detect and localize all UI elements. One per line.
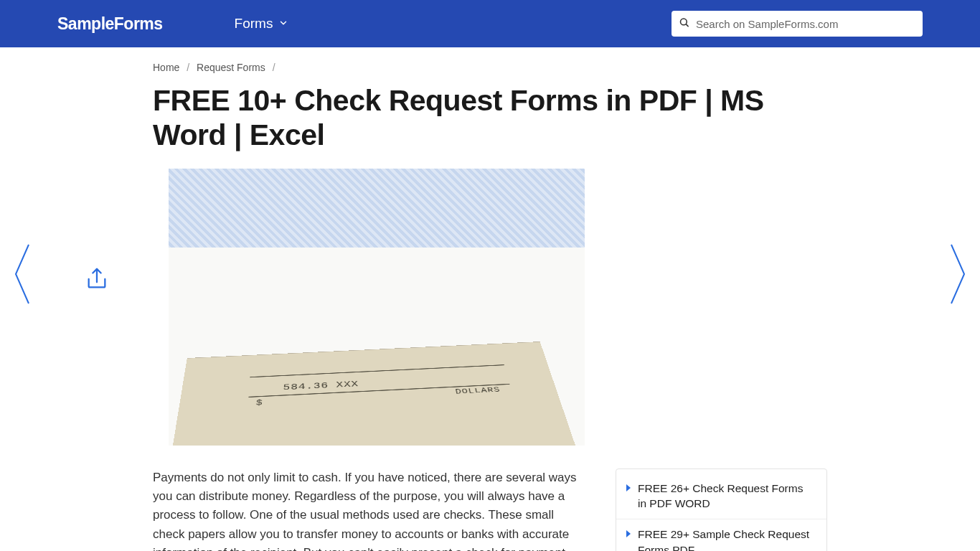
nav-forms-dropdown[interactable]: Forms (235, 16, 289, 32)
check-dollars-label: DOLLARS (455, 386, 501, 396)
check-dollar-sign: $ (255, 398, 263, 407)
breadcrumb-category[interactable]: Request Forms (197, 62, 265, 73)
hero-image: 584.36 XXX $ DOLLARS (169, 169, 585, 446)
breadcrumb: Home / Request Forms / (153, 62, 827, 73)
site-header: SampleForms Forms (0, 0, 980, 47)
search-wrapper (672, 11, 923, 37)
chevron-down-icon (278, 16, 288, 32)
body-row: Payments do not only limit to cash. If y… (153, 468, 827, 551)
breadcrumb-separator: / (273, 62, 275, 73)
sidebar-item[interactable]: FREE 29+ Sample Check Request Forms PDF (616, 519, 826, 551)
check-amount: 584.36 XXX (283, 380, 359, 392)
breadcrumb-separator: / (187, 62, 189, 73)
nav-forms-label: Forms (235, 16, 273, 32)
search-input[interactable] (672, 11, 923, 37)
article-intro: Payments do not only limit to cash. If y… (153, 468, 587, 551)
breadcrumb-home[interactable]: Home (153, 62, 179, 73)
next-page-arrow[interactable] (948, 242, 967, 309)
page-title: FREE 10+ Check Request Forms in PDF | MS… (153, 83, 827, 153)
main-nav: Forms (235, 16, 289, 32)
related-sidebar: FREE 26+ Check Request Forms in PDF WORD… (616, 468, 827, 551)
site-logo[interactable]: SampleForms (57, 14, 163, 34)
share-button[interactable] (85, 267, 109, 294)
prev-page-arrow[interactable] (13, 242, 32, 309)
sidebar-item[interactable]: FREE 26+ Check Request Forms in PDF WORD (616, 474, 826, 519)
main-container: Home / Request Forms / FREE 10+ Check Re… (153, 47, 827, 551)
